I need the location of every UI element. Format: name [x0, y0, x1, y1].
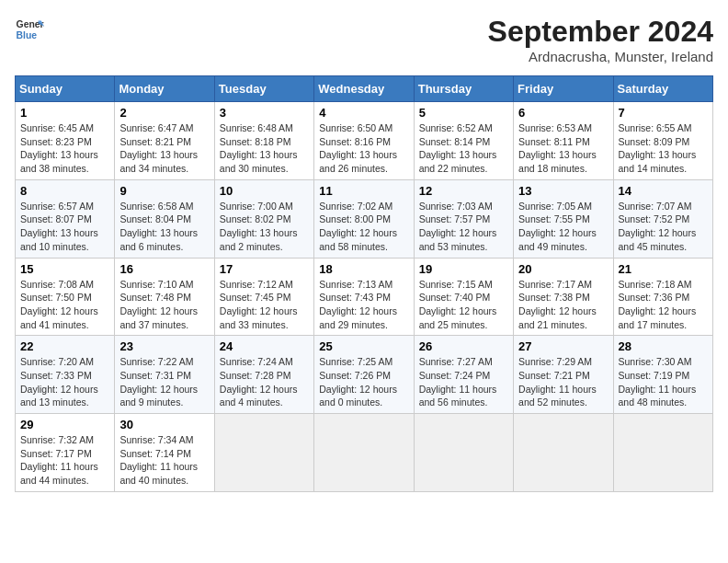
day-info: Sunrise: 7:08 AM Sunset: 7:50 PM Dayligh…: [20, 279, 98, 330]
table-row: 6 Sunrise: 6:53 AM Sunset: 8:11 PM Dayli…: [514, 102, 613, 180]
table-row: [613, 414, 712, 492]
table-row: 29 Sunrise: 7:32 AM Sunset: 7:17 PM Dayl…: [16, 414, 115, 492]
table-row: [514, 414, 613, 492]
day-number: 15: [20, 262, 109, 276]
logo: General Blue General Blue: [15, 15, 44, 44]
day-number: 13: [518, 184, 608, 198]
day-info: Sunrise: 7:07 AM Sunset: 7:52 PM Dayligh…: [619, 201, 697, 252]
day-number: 17: [220, 262, 309, 276]
day-number: 8: [20, 184, 109, 198]
table-row: [414, 414, 513, 492]
day-number: 6: [518, 106, 608, 120]
header-sunday: Sunday: [16, 76, 115, 102]
day-info: Sunrise: 7:17 AM Sunset: 7:38 PM Dayligh…: [518, 279, 597, 330]
day-info: Sunrise: 7:00 AM Sunset: 8:02 PM Dayligh…: [220, 201, 298, 252]
day-number: 19: [419, 262, 508, 276]
day-info: Sunrise: 7:24 AM Sunset: 7:28 PM Dayligh…: [220, 356, 298, 408]
day-number: 20: [518, 262, 608, 276]
table-row: 7 Sunrise: 6:55 AM Sunset: 8:09 PM Dayli…: [613, 102, 712, 180]
day-number: 5: [419, 106, 508, 120]
table-row: 11 Sunrise: 7:02 AM Sunset: 8:00 PM Dayl…: [314, 179, 414, 258]
day-info: Sunrise: 6:52 AM Sunset: 8:14 PM Dayligh…: [419, 122, 497, 174]
title-area: September 2024 Ardnacrusha, Munster, Ire…: [488, 15, 713, 64]
logo-icon: General Blue: [15, 15, 44, 44]
calendar-week-4: 22 Sunrise: 7:20 AM Sunset: 7:33 PM Dayl…: [16, 336, 713, 414]
calendar-week-2: 8 Sunrise: 6:57 AM Sunset: 8:07 PM Dayli…: [16, 179, 713, 258]
table-row: 21 Sunrise: 7:18 AM Sunset: 7:36 PM Dayl…: [613, 258, 712, 336]
day-number: 29: [20, 418, 109, 431]
day-number: 27: [518, 339, 608, 353]
day-info: Sunrise: 7:05 AM Sunset: 7:55 PM Dayligh…: [518, 201, 597, 252]
table-row: 3 Sunrise: 6:48 AM Sunset: 8:18 PM Dayli…: [214, 102, 313, 180]
table-row: 2 Sunrise: 6:47 AM Sunset: 8:21 PM Dayli…: [115, 102, 214, 180]
header-tuesday: Tuesday: [214, 76, 313, 102]
day-number: 16: [119, 262, 209, 276]
header-friday: Friday: [514, 76, 613, 102]
month-title: September 2024: [488, 15, 713, 49]
table-row: 30 Sunrise: 7:34 AM Sunset: 7:14 PM Dayl…: [115, 414, 214, 492]
table-row: 14 Sunrise: 7:07 AM Sunset: 7:52 PM Dayl…: [613, 179, 712, 258]
day-number: 2: [119, 106, 209, 120]
table-row: 28 Sunrise: 7:30 AM Sunset: 7:19 PM Dayl…: [613, 336, 712, 414]
day-number: 26: [419, 339, 508, 353]
svg-text:Blue: Blue: [17, 30, 38, 40]
table-row: 15 Sunrise: 7:08 AM Sunset: 7:50 PM Dayl…: [16, 258, 115, 336]
table-row: [314, 414, 414, 492]
table-row: 16 Sunrise: 7:10 AM Sunset: 7:48 PM Dayl…: [115, 258, 214, 336]
table-row: 23 Sunrise: 7:22 AM Sunset: 7:31 PM Dayl…: [115, 336, 214, 414]
table-row: 18 Sunrise: 7:13 AM Sunset: 7:43 PM Dayl…: [314, 258, 414, 336]
table-row: 17 Sunrise: 7:12 AM Sunset: 7:45 PM Dayl…: [214, 258, 313, 336]
day-number: 21: [619, 262, 708, 276]
day-number: 9: [119, 184, 209, 198]
table-row: 19 Sunrise: 7:15 AM Sunset: 7:40 PM Dayl…: [414, 258, 513, 336]
day-info: Sunrise: 7:02 AM Sunset: 8:00 PM Dayligh…: [319, 201, 397, 252]
day-info: Sunrise: 6:57 AM Sunset: 8:07 PM Dayligh…: [20, 201, 98, 252]
day-info: Sunrise: 7:25 AM Sunset: 7:26 PM Dayligh…: [319, 356, 397, 408]
table-row: 4 Sunrise: 6:50 AM Sunset: 8:16 PM Dayli…: [314, 102, 414, 180]
table-row: 12 Sunrise: 7:03 AM Sunset: 7:57 PM Dayl…: [414, 179, 513, 258]
day-number: 22: [20, 339, 109, 353]
day-number: 14: [619, 184, 708, 198]
day-info: Sunrise: 6:47 AM Sunset: 8:21 PM Dayligh…: [119, 122, 198, 174]
day-info: Sunrise: 7:32 AM Sunset: 7:17 PM Dayligh…: [20, 434, 98, 486]
day-number: 28: [619, 339, 708, 353]
day-number: 24: [220, 339, 309, 353]
table-row: [214, 414, 313, 492]
table-row: 24 Sunrise: 7:24 AM Sunset: 7:28 PM Dayl…: [214, 336, 313, 414]
day-info: Sunrise: 6:58 AM Sunset: 8:04 PM Dayligh…: [119, 201, 198, 252]
weekday-header-row: Sunday Monday Tuesday Wednesday Thursday…: [16, 76, 713, 102]
calendar-week-5: 29 Sunrise: 7:32 AM Sunset: 7:17 PM Dayl…: [16, 414, 713, 492]
table-row: 20 Sunrise: 7:17 AM Sunset: 7:38 PM Dayl…: [514, 258, 613, 336]
calendar-table: Sunday Monday Tuesday Wednesday Thursday…: [15, 75, 713, 492]
table-row: 5 Sunrise: 6:52 AM Sunset: 8:14 PM Dayli…: [414, 102, 513, 180]
day-info: Sunrise: 6:50 AM Sunset: 8:16 PM Dayligh…: [319, 122, 397, 174]
location-title: Ardnacrusha, Munster, Ireland: [488, 49, 713, 64]
table-row: 26 Sunrise: 7:27 AM Sunset: 7:24 PM Dayl…: [414, 336, 513, 414]
day-number: 7: [619, 106, 708, 120]
day-info: Sunrise: 7:34 AM Sunset: 7:14 PM Dayligh…: [119, 434, 198, 486]
day-number: 4: [319, 106, 408, 120]
day-number: 3: [220, 106, 309, 120]
day-info: Sunrise: 7:30 AM Sunset: 7:19 PM Dayligh…: [619, 356, 697, 408]
day-number: 10: [220, 184, 309, 198]
table-row: 13 Sunrise: 7:05 AM Sunset: 7:55 PM Dayl…: [514, 179, 613, 258]
calendar-week-1: 1 Sunrise: 6:45 AM Sunset: 8:23 PM Dayli…: [16, 102, 713, 180]
day-info: Sunrise: 7:15 AM Sunset: 7:40 PM Dayligh…: [419, 279, 497, 330]
table-row: 27 Sunrise: 7:29 AM Sunset: 7:21 PM Dayl…: [514, 336, 613, 414]
table-row: 1 Sunrise: 6:45 AM Sunset: 8:23 PM Dayli…: [16, 102, 115, 180]
header-wednesday: Wednesday: [314, 76, 414, 102]
day-number: 18: [319, 262, 408, 276]
table-row: 9 Sunrise: 6:58 AM Sunset: 8:04 PM Dayli…: [115, 179, 214, 258]
header-saturday: Saturday: [613, 76, 712, 102]
day-info: Sunrise: 7:10 AM Sunset: 7:48 PM Dayligh…: [119, 279, 198, 330]
day-info: Sunrise: 6:45 AM Sunset: 8:23 PM Dayligh…: [20, 122, 98, 174]
day-info: Sunrise: 7:03 AM Sunset: 7:57 PM Dayligh…: [419, 201, 497, 252]
table-row: 8 Sunrise: 6:57 AM Sunset: 8:07 PM Dayli…: [16, 179, 115, 258]
day-info: Sunrise: 6:48 AM Sunset: 8:18 PM Dayligh…: [220, 122, 298, 174]
header-thursday: Thursday: [414, 76, 513, 102]
day-info: Sunrise: 7:27 AM Sunset: 7:24 PM Dayligh…: [419, 356, 497, 408]
day-number: 1: [20, 106, 109, 120]
day-number: 12: [419, 184, 508, 198]
day-number: 30: [119, 418, 209, 431]
day-info: Sunrise: 6:53 AM Sunset: 8:11 PM Dayligh…: [518, 122, 597, 174]
